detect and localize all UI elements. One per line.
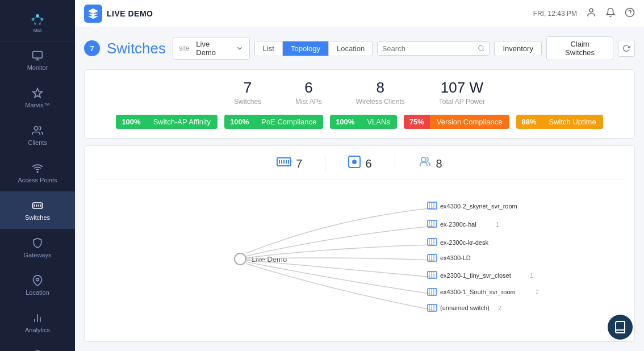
gateways-icon — [31, 237, 44, 249]
topbar: LIVE DEMO FRI, 12:43 PM — [75, 0, 644, 27]
sidebar-item-network[interactable]: Network — [0, 341, 75, 351]
mist-logo-icon: Mist — [25, 8, 50, 33]
bell-icon[interactable] — [605, 7, 616, 20]
tab-topology[interactable]: Topology — [283, 41, 329, 56]
tab-group: List Topology Location — [254, 41, 373, 56]
switch-label-4: ex4300-LD — [440, 254, 471, 261]
page-badge: 7 — [84, 40, 100, 56]
topbar-title: LIVE DEMO — [107, 9, 153, 18]
switch-label-2-suffix: 1 — [496, 221, 499, 228]
switch-label-7: (unnamed switch) — [440, 304, 490, 311]
topo-aps-count: 6 — [365, 157, 371, 170]
sidebar-item-marvis[interactable]: Marvis™ — [0, 79, 75, 116]
sidebar-item-analytics[interactable]: Analytics — [0, 304, 75, 341]
switch-label-2: ex-2300c-hal — [440, 221, 476, 228]
switch-label-5: ex2300-1_tiny_svr_closet — [440, 272, 511, 279]
monitor-icon — [31, 49, 44, 62]
switch-label-1: ex4300-2_skynet_svr_room — [440, 203, 517, 210]
refresh-icon — [622, 44, 630, 52]
metric-poe-pct: 100% — [224, 115, 254, 129]
switch-icon-3[interactable] — [428, 239, 437, 245]
help-fab-button[interactable] — [608, 315, 633, 340]
search-icon — [478, 44, 485, 52]
stat-switches: 7 Switches — [234, 79, 261, 106]
search-input[interactable] — [382, 44, 474, 53]
topology-card: 7 6 — [84, 145, 635, 342]
svg-point-47 — [421, 157, 426, 162]
svg-point-34 — [589, 9, 593, 12]
metric-uptime-pct: 88% — [516, 115, 542, 129]
sidebar-item-label: Location — [26, 289, 49, 296]
sidebar-item-label: Clients — [28, 139, 47, 146]
sidebar-item-label: Switches — [25, 214, 50, 221]
stat-mist-aps-label: Mist APs — [295, 98, 322, 106]
refresh-button[interactable] — [618, 40, 635, 57]
site-label: site — [179, 44, 190, 52]
stat-mist-aps-value: 6 — [295, 79, 322, 97]
main-area: LIVE DEMO FRI, 12:43 PM — [75, 0, 644, 351]
metric-version[interactable]: 75% Version Compliance — [404, 115, 509, 129]
metric-uptime[interactable]: 88% Switch Uptime — [516, 115, 603, 129]
access-points-icon — [31, 162, 44, 174]
switch-topo-icon — [277, 156, 291, 172]
topbar-brand: LIVE DEMO — [84, 5, 153, 23]
svg-text:Mist: Mist — [34, 28, 42, 33]
chevron-down-icon — [236, 44, 244, 52]
sidebar-item-monitor[interactable]: Monitor — [0, 41, 75, 79]
sidebar-item-label: Analytics — [25, 327, 50, 333]
marvis-icon — [31, 87, 44, 99]
svg-marker-14 — [33, 89, 43, 98]
line-1 — [246, 208, 433, 253]
metric-poe[interactable]: 100% PoE Compliance — [224, 115, 323, 129]
page-header: 7 Switches site Live Demo List Topology … — [84, 36, 635, 60]
site-selector[interactable]: site Live Demo — [173, 37, 250, 60]
metric-vlans[interactable]: 100% VLANs — [330, 115, 397, 129]
stats-card: 7 Switches 6 Mist APs 8 Wireless Clients… — [84, 69, 635, 139]
brand-icon — [84, 5, 102, 23]
search-box — [377, 41, 490, 56]
sidebar-item-access-points[interactable]: Access Points — [0, 154, 75, 191]
stat-wireless-clients-value: 8 — [356, 79, 405, 97]
sidebar-item-gateways[interactable]: Gateways — [0, 229, 75, 266]
stat-mist-aps: 6 Mist APs — [295, 79, 322, 106]
tab-list[interactable]: List — [255, 41, 283, 56]
topo-clients: 8 — [418, 155, 442, 172]
metric-uptime-name: Switch Uptime — [542, 115, 603, 129]
stat-wireless-clients-label: Wireless Clients — [356, 98, 405, 106]
svg-point-15 — [34, 127, 38, 131]
sidebar-item-switches[interactable]: Switches — [0, 191, 75, 229]
svg-point-16 — [37, 172, 38, 173]
metric-poe-name: PoE Compliance — [254, 115, 323, 129]
svg-rect-11 — [33, 52, 43, 58]
tab-location[interactable]: Location — [329, 41, 373, 56]
sidebar-item-location[interactable]: Location — [0, 266, 75, 304]
line-7 — [246, 264, 433, 310]
metric-vlans-pct: 100% — [330, 115, 360, 129]
clients-topo-icon — [418, 156, 432, 172]
line-2 — [246, 226, 433, 256]
svg-line-38 — [483, 49, 484, 51]
user-icon[interactable] — [586, 7, 596, 20]
stat-ap-power-label: Total AP Power — [439, 98, 485, 106]
topology-svg-area: Live Demo ex4300-2_skynet_svr_room — [94, 191, 625, 327]
topbar-icons — [586, 7, 635, 20]
svg-point-22 — [36, 278, 39, 281]
claim-switches-button[interactable]: Claim Switches — [546, 36, 613, 60]
stat-ap-power-value: 107 W — [439, 79, 485, 97]
topo-switches-count: 7 — [296, 157, 302, 170]
metric-affinity[interactable]: 100% Switch-AP Affinity — [116, 115, 218, 129]
sidebar-item-clients[interactable]: Clients — [0, 116, 75, 154]
content-area: 7 Switches site Live Demo List Topology … — [75, 27, 644, 351]
help-icon[interactable] — [625, 7, 635, 20]
stats-row: 7 Switches 6 Mist APs 8 Wireless Clients… — [98, 79, 621, 106]
metric-affinity-name: Switch-AP Affinity — [147, 115, 218, 129]
sidebar-item-label: Access Points — [18, 177, 57, 183]
line-5 — [246, 260, 433, 277]
site-node[interactable] — [235, 253, 246, 265]
sidebar-logo: Mist — [0, 0, 75, 41]
metric-vlans-name: VLANs — [360, 115, 396, 129]
inventory-button[interactable]: Inventory — [494, 41, 541, 56]
switch-label-5-suffix: 1 — [530, 272, 533, 279]
analytics-icon — [31, 312, 44, 324]
site-name: Live Demo — [196, 40, 231, 57]
